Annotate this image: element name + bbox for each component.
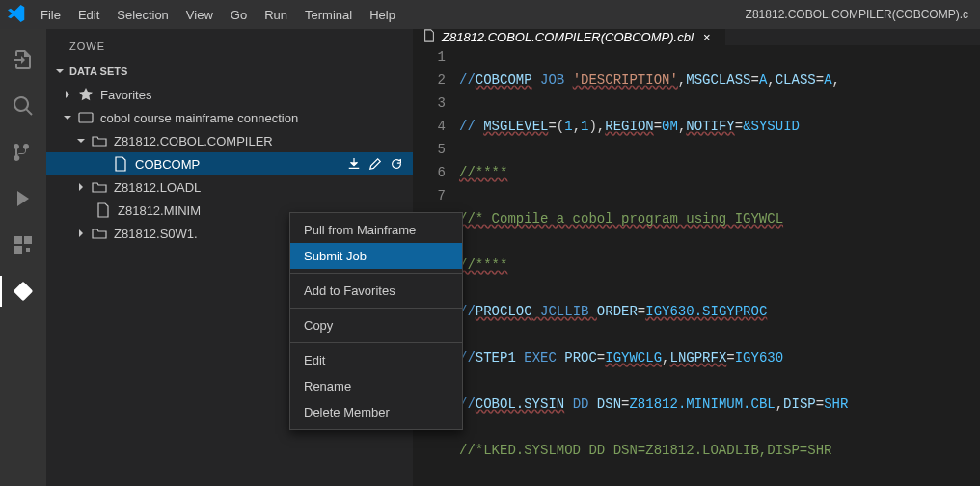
folder-icon xyxy=(91,178,108,196)
connection-icon xyxy=(77,109,95,126)
menubar: File Edit Selection View Go Run Terminal… xyxy=(33,4,403,26)
tree-section-data-sets[interactable]: DATA SETS xyxy=(46,60,413,83)
menu-edit[interactable]: Edit xyxy=(70,4,107,26)
sidebar: ZOWE DATA SETS Favorites cobol course ma… xyxy=(46,29,413,486)
menu-go[interactable]: Go xyxy=(223,4,255,26)
vscode-logo-icon xyxy=(8,5,25,25)
ctx-pull[interactable]: Pull from Mainframe xyxy=(290,217,462,243)
file-icon xyxy=(95,202,112,219)
tree-favorites[interactable]: Favorites xyxy=(46,83,413,106)
menu-view[interactable]: View xyxy=(178,4,221,26)
code-content[interactable]: //COBCOMP JOB 'DESCRIPTION',MSGCLASS=A,C… xyxy=(459,45,980,486)
editor-tab[interactable]: Z81812.COBOL.COMPILER(COBCOMP).cbl × xyxy=(413,29,725,45)
menu-separator xyxy=(290,273,462,274)
ctx-add-favorites[interactable]: Add to Favorites xyxy=(290,278,462,304)
editor-area: Z81812.COBOL.COMPILER(COBCOMP).cbl × bhi… xyxy=(413,29,980,486)
sidebar-title: ZOWE xyxy=(46,29,413,60)
tree-ds-sow1-label: Z81812.S0W1. xyxy=(114,227,198,241)
activity-zowe[interactable] xyxy=(0,268,46,314)
tree-connection-label: cobol course mainframe connection xyxy=(100,111,298,125)
close-icon[interactable]: × xyxy=(699,30,715,44)
tree-ds-compiler-label: Z81812.COBOL.COMPILER xyxy=(114,134,273,148)
spacer-icon xyxy=(95,156,110,172)
menu-terminal[interactable]: Terminal xyxy=(297,4,360,26)
window-title: Z81812.COBOL.COMPILER(COBCOMP).c xyxy=(746,8,972,21)
menu-help[interactable]: Help xyxy=(362,4,403,26)
activity-explorer[interactable] xyxy=(0,37,46,83)
tree-connection[interactable]: cobol course mainframe connection xyxy=(46,106,413,129)
chevron-right-icon xyxy=(73,179,89,195)
activity-scm[interactable] xyxy=(0,129,46,176)
chevron-right-icon xyxy=(60,87,75,102)
chevron-down-icon xyxy=(52,64,68,79)
editor-tab-label: Z81812.COBOL.COMPILER(COBCOMP).cbl xyxy=(442,30,694,44)
tree-member-cobcomp-label: COBCOMP xyxy=(135,157,200,172)
tree-ds-loadlib[interactable]: Z81812.LOADL xyxy=(46,176,413,199)
titlebar: File Edit Selection View Go Run Terminal… xyxy=(0,0,980,29)
chevron-down-icon xyxy=(60,110,75,125)
tree-section-label: DATA SETS xyxy=(69,66,127,77)
menu-separator xyxy=(290,342,462,343)
tree-favorites-label: Favorites xyxy=(100,88,151,102)
ctx-submit-job[interactable]: Submit Job xyxy=(290,243,462,269)
menu-separator xyxy=(290,308,462,309)
menu-run[interactable]: Run xyxy=(257,4,295,26)
activitybar xyxy=(0,29,46,486)
spacer-icon xyxy=(77,202,93,218)
context-menu: Pull from Mainframe Submit Job Add to Fa… xyxy=(289,212,463,430)
activity-search[interactable] xyxy=(0,83,46,129)
activity-extensions[interactable] xyxy=(0,222,46,268)
refresh-icon[interactable] xyxy=(388,155,405,173)
folder-icon xyxy=(91,225,108,242)
editor-tabs: Z81812.COBOL.COMPILER(COBCOMP).cbl × xyxy=(413,29,980,45)
tree-member-cobcomp[interactable]: COBCOMP xyxy=(46,152,413,176)
edit-icon[interactable] xyxy=(367,155,384,173)
download-icon[interactable] xyxy=(345,155,363,173)
file-icon xyxy=(422,29,436,45)
svg-rect-1 xyxy=(79,113,93,122)
chevron-down-icon xyxy=(73,133,89,148)
star-icon xyxy=(77,86,95,103)
file-icon xyxy=(112,155,129,173)
menu-file[interactable]: File xyxy=(33,4,68,26)
menu-selection[interactable]: Selection xyxy=(109,4,176,26)
ctx-rename[interactable]: Rename xyxy=(290,373,462,399)
ctx-delete-member[interactable]: Delete Member xyxy=(290,399,462,425)
folder-open-icon xyxy=(91,132,108,149)
tree-ds-loadlib-label: Z81812.LOADL xyxy=(114,180,201,195)
svg-rect-0 xyxy=(14,282,34,302)
activity-debug[interactable] xyxy=(0,176,46,222)
tree-ds-minimum-label: Z81812.MINIM xyxy=(118,203,201,218)
chevron-right-icon xyxy=(73,226,89,241)
ctx-edit[interactable]: Edit xyxy=(290,347,462,373)
tree-ds-compiler[interactable]: Z81812.COBOL.COMPILER xyxy=(46,129,413,152)
ctx-copy[interactable]: Copy xyxy=(290,312,462,338)
code-editor[interactable]: 1 2 3 4 5 6 7 8 9 10 11 //COBCOMP JOB 'D… xyxy=(413,45,980,486)
